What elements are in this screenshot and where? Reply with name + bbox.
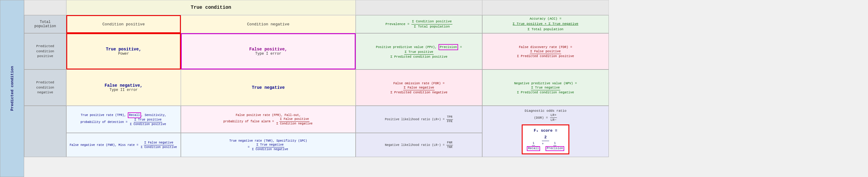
empty-top-right-2 <box>482 0 609 15</box>
empty-top-right-1 <box>355 0 482 15</box>
false-positive-cell: False positive, Type I error <box>181 33 355 70</box>
true-negative-cell: True negative <box>181 70 355 106</box>
ppv-cell: Positive predictive value (PPV), Precisi… <box>355 33 482 70</box>
false-negative-cell: False negative, Type II error <box>66 70 181 106</box>
npv-cell: Negative predictive value (NPV) = Σ True… <box>482 70 609 106</box>
total-population-cell: Totalpopulation <box>24 15 66 33</box>
empty-top-left <box>24 0 66 15</box>
empty-bottom-left <box>24 106 66 157</box>
dor-text: Diagnostic odds ratio(DOR) = LR+LR− <box>525 108 567 122</box>
predicted-condition-label: Predicted condition <box>0 0 24 177</box>
plr-cell: Positive likelihood ratio (LR+) = TPRFPR <box>355 106 482 133</box>
prevalence-cell: Prevalence = Σ Condition positiveΣ Total… <box>355 15 482 33</box>
tpr-cell: True positive rate (TPR), Recall, Sensit… <box>66 106 181 133</box>
tnr-cell: True negative rate (TNR), Specificity (S… <box>181 133 355 157</box>
true-condition-header: True condition <box>66 0 355 15</box>
accuracy-cell: Accuracy (ACC) =Σ True positive + Σ True… <box>482 15 609 33</box>
predicted-condition-positive-label: Predictedconditionpositive <box>24 33 66 70</box>
condition-negative-header: Condition negative <box>181 15 355 33</box>
f1-score-box: F₁ score = 2 1Recall + 1Precision <box>522 124 569 154</box>
fdr-cell: False discovery rate (FDR) = Σ False pos… <box>482 33 609 70</box>
true-positive-cell: True positive, Power <box>66 33 181 70</box>
confusion-matrix-container: Predicted condition True condition Total… <box>0 0 868 177</box>
for-cell: False omission rate (FOR) = Σ False nega… <box>355 70 482 106</box>
fnr-cell: False negative rate (FNR), Miss rate = Σ… <box>66 133 181 157</box>
fpr-cell: False positive rate (FPR), Fall-out, pro… <box>181 106 355 133</box>
predicted-condition-negative-label: Predictedconditionnegative <box>24 70 66 106</box>
f1-title: F₁ score = <box>526 128 565 134</box>
nlr-cell: Negative likelihood ratio (LR−) = FNRTNR <box>355 133 482 157</box>
condition-positive-header: Condition positive <box>66 15 181 33</box>
matrix-grid: True condition Totalpopulation Condition… <box>24 0 868 177</box>
dor-f1-cell: Diagnostic odds ratio(DOR) = LR+LR− F₁ s… <box>482 106 609 157</box>
